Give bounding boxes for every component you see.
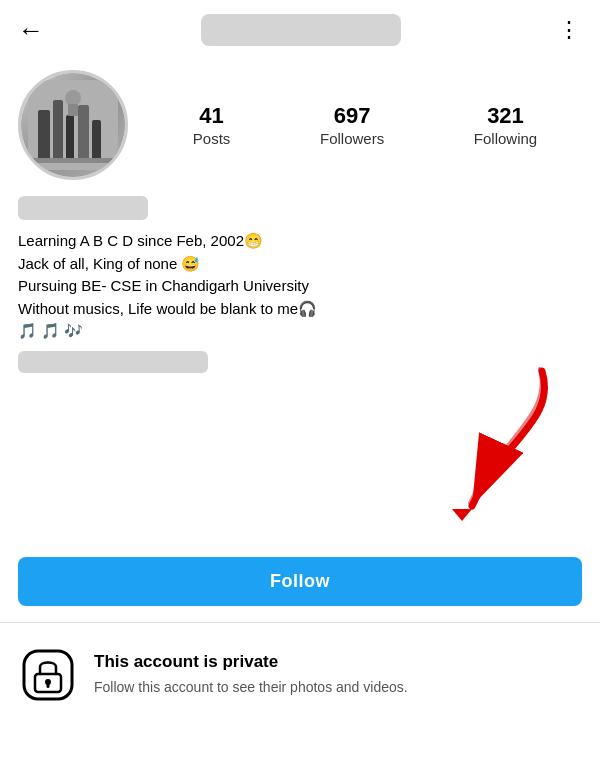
svg-rect-8 <box>68 104 78 116</box>
svg-rect-2 <box>53 100 63 160</box>
svg-rect-14 <box>47 683 50 688</box>
follow-button-wrapper: Follow <box>0 557 600 622</box>
bio-line-3: Pursuing BE- CSE in Chandigarh Universit… <box>18 275 582 298</box>
following-count: 321 <box>487 103 524 129</box>
private-account-section: This account is private Follow this acco… <box>0 623 600 727</box>
svg-point-7 <box>65 90 81 106</box>
followers-count: 697 <box>334 103 371 129</box>
svg-rect-3 <box>66 115 74 160</box>
svg-rect-5 <box>92 120 101 160</box>
profile-link-blurred <box>18 351 208 373</box>
arrow-annotation <box>18 381 582 541</box>
posts-count: 41 <box>199 103 223 129</box>
private-account-text: This account is private Follow this acco… <box>94 652 408 697</box>
profile-section: 41 Posts 697 Followers 321 Following Lea… <box>0 60 600 557</box>
following-label: Following <box>474 130 537 147</box>
followers-stat[interactable]: 697 Followers <box>320 103 384 146</box>
private-account-description: Follow this account to see their photos … <box>94 677 408 697</box>
display-name-blurred <box>18 196 148 220</box>
bio-line-1: Learning A B C D since Feb, 2002😁 <box>18 230 582 253</box>
username-blurred <box>201 14 401 46</box>
more-options-button[interactable]: ⋮ <box>558 17 582 43</box>
back-button[interactable]: ← <box>18 15 44 46</box>
posts-label: Posts <box>193 130 231 147</box>
posts-stat: 41 Posts <box>193 103 231 146</box>
stats-row: 41 Posts 697 Followers 321 Following <box>148 103 582 146</box>
profile-top-row: 41 Posts 697 Followers 321 Following <box>18 70 582 180</box>
lock-icon <box>20 647 76 703</box>
avatar-svg <box>28 80 118 170</box>
follow-button[interactable]: Follow <box>18 557 582 606</box>
bio-line-2: Jack of all, King of none 😅 <box>18 253 582 276</box>
svg-marker-10 <box>452 509 472 521</box>
bio-emoji-row: 🎵 🎵 🎶 <box>18 320 582 343</box>
svg-rect-4 <box>78 105 89 160</box>
private-account-title: This account is private <box>94 652 408 672</box>
red-arrow-icon <box>402 361 562 521</box>
bio-text: Learning A B C D since Feb, 2002😁 Jack o… <box>18 230 582 343</box>
lock-svg <box>20 647 76 703</box>
svg-rect-1 <box>38 110 50 160</box>
avatar-image <box>21 73 125 177</box>
svg-rect-6 <box>33 158 113 163</box>
avatar <box>18 70 128 180</box>
bio-line-4: Without musics, Life would be blank to m… <box>18 298 582 321</box>
following-stat[interactable]: 321 Following <box>474 103 537 146</box>
followers-label: Followers <box>320 130 384 147</box>
app-header: ← ⋮ <box>0 0 600 60</box>
